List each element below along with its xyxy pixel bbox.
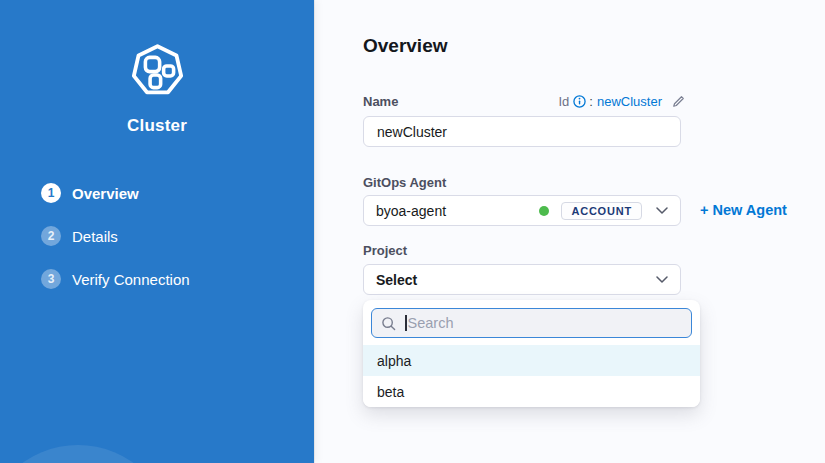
id-separator: : — [589, 94, 593, 109]
name-label: Name — [363, 94, 398, 109]
step-label: Verify Connection — [72, 271, 190, 288]
chevron-down-icon — [656, 207, 668, 214]
step-verify-connection[interactable]: 3 Verify Connection — [41, 269, 190, 289]
project-dropdown-panel: alpha beta — [363, 300, 700, 407]
project-selected-value: Select — [376, 272, 417, 288]
wizard-title: Cluster — [0, 116, 314, 136]
step-number-badge: 1 — [41, 183, 61, 203]
gitops-agent-label: GitOps Agent — [363, 175, 446, 190]
pencil-icon — [672, 95, 685, 108]
step-number-badge: 2 — [41, 226, 61, 246]
step-label: Details — [72, 228, 118, 245]
page-title: Overview — [363, 35, 448, 57]
wizard-brand: Cluster — [0, 42, 314, 136]
agent-scope-badge: ACCOUNT — [561, 202, 642, 220]
search-icon — [381, 316, 396, 331]
decorative-circle — [0, 445, 173, 463]
gitops-agent-select[interactable]: byoa-agent ACCOUNT — [363, 195, 681, 226]
info-icon[interactable] — [573, 95, 586, 108]
name-input[interactable] — [363, 116, 681, 147]
project-search-input[interactable] — [407, 315, 683, 331]
project-search-box[interactable] — [371, 308, 692, 338]
id-value-link[interactable]: newCluster — [597, 94, 662, 109]
id-row: Id : newCluster — [559, 94, 686, 109]
cluster-icon — [0, 42, 314, 99]
wizard-sidebar: Cluster 1 Overview 2 Details 3 Verify Co… — [0, 0, 314, 463]
edit-id-button[interactable] — [668, 95, 685, 108]
agent-selected-value: byoa-agent — [376, 203, 446, 219]
step-number-badge: 3 — [41, 269, 61, 289]
overview-step-panel: Overview Name Id : newCluster G — [314, 0, 825, 463]
step-label: Overview — [72, 185, 139, 202]
step-overview[interactable]: 1 Overview — [41, 183, 190, 203]
project-label: Project — [363, 243, 407, 258]
name-label-row: Name Id : newCluster — [363, 94, 685, 109]
project-option-beta[interactable]: beta — [363, 376, 700, 407]
wizard-steps: 1 Overview 2 Details 3 Verify Connection — [41, 183, 190, 312]
id-label: Id — [559, 94, 570, 109]
project-select[interactable]: Select — [363, 264, 681, 295]
chevron-down-icon — [656, 276, 668, 283]
step-details[interactable]: 2 Details — [41, 226, 190, 246]
new-agent-link[interactable]: + New Agent — [700, 202, 787, 218]
agent-health-dot — [539, 206, 549, 216]
project-option-alpha[interactable]: alpha — [363, 345, 700, 376]
